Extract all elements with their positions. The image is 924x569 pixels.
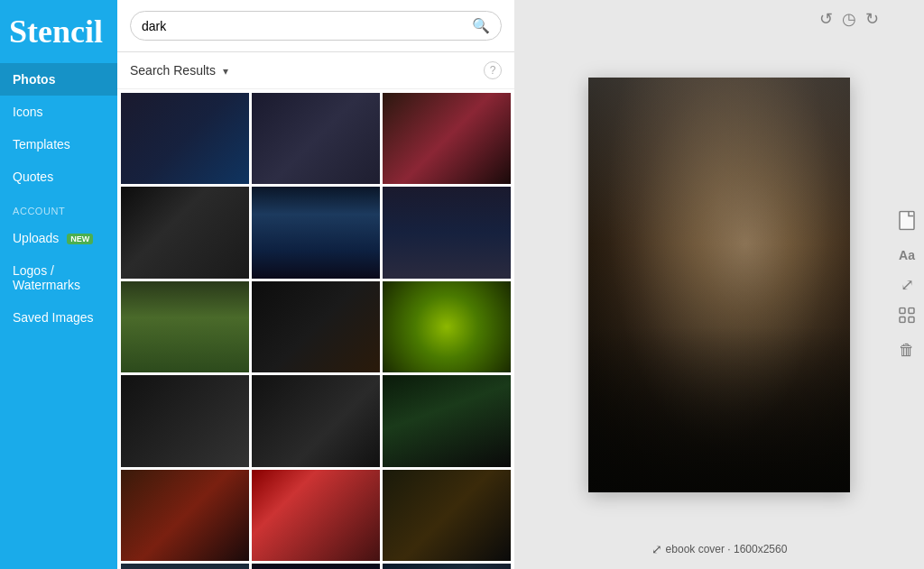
photo-grid-container	[117, 89, 514, 569]
search-wrapper: 🔍	[130, 11, 502, 41]
photo-cell[interactable]	[383, 375, 511, 466]
results-header: Search Results ▾ ?	[117, 52, 514, 89]
sidebar: Stencil Photos Icons Templates Quotes AC…	[0, 0, 117, 569]
logo-area: Stencil	[0, 0, 117, 63]
photo-cell[interactable]	[121, 564, 249, 569]
delete-icon[interactable]: 🗑	[899, 340, 915, 359]
right-tools: Aa ⤢ 🗑	[899, 210, 915, 359]
photo-cell[interactable]	[121, 281, 249, 372]
photo-cell[interactable]	[121, 93, 249, 184]
preview-image-container[interactable]	[588, 78, 850, 492]
photo-cell[interactable]	[383, 564, 511, 569]
photo-cell[interactable]	[383, 93, 511, 184]
redo-icon[interactable]: ↻	[865, 9, 879, 29]
sidebar-item-saved[interactable]: Saved Images	[0, 301, 117, 334]
account-nav: Uploads NEW Logos / Watermarks Saved Ima…	[0, 222, 117, 334]
preview-photo	[588, 78, 850, 492]
resize-icon[interactable]: ⤢	[901, 274, 914, 294]
results-title-text: Search Results	[130, 63, 216, 78]
svg-rect-2	[909, 307, 914, 313]
account-section-label: ACCOUNT	[0, 193, 117, 222]
photo-cell[interactable]	[121, 187, 249, 278]
undo-icon[interactable]: ↺	[819, 9, 833, 29]
sidebar-item-photos[interactable]: Photos	[0, 63, 117, 96]
photo-cell[interactable]	[121, 375, 249, 466]
photo-cell[interactable]	[383, 187, 511, 278]
uploads-label: Uploads	[13, 231, 59, 245]
photo-cell[interactable]	[252, 281, 380, 372]
search-input[interactable]	[142, 19, 472, 33]
new-badge: NEW	[67, 234, 93, 244]
history-icon[interactable]: ◷	[842, 9, 856, 29]
help-icon[interactable]: ?	[484, 61, 502, 79]
photo-cell[interactable]	[121, 470, 249, 561]
sidebar-item-uploads[interactable]: Uploads NEW	[0, 222, 117, 254]
chevron-down-icon: ▾	[223, 65, 228, 78]
sidebar-item-templates[interactable]: Templates	[0, 128, 117, 161]
results-title[interactable]: Search Results ▾	[130, 63, 228, 78]
search-icon[interactable]: 🔍	[472, 17, 490, 34]
photo-cell[interactable]	[252, 187, 380, 278]
search-bar: 🔍	[117, 0, 514, 52]
grid-icon[interactable]	[899, 307, 915, 327]
photo-cell[interactable]	[383, 470, 511, 561]
app-logo: Stencil	[9, 13, 103, 50]
page-icon[interactable]	[899, 210, 915, 234]
photo-cell[interactable]	[252, 375, 380, 466]
svg-rect-0	[900, 211, 914, 229]
svg-rect-3	[900, 317, 905, 322]
preview-area: ↺ ◷ ↻ Aa ⤢ 🗑	[514, 0, 924, 569]
photo-cell[interactable]	[252, 470, 380, 561]
primary-nav: Photos Icons Templates Quotes	[0, 63, 117, 193]
preview-caption: ⤢ ebook cover · 1600x2560	[651, 542, 788, 556]
svg-rect-4	[909, 317, 914, 322]
photo-cell[interactable]	[252, 564, 380, 569]
sidebar-item-logos[interactable]: Logos / Watermarks	[0, 254, 117, 301]
text-icon[interactable]: Aa	[899, 247, 915, 262]
photo-panel: 🔍 Search Results ▾ ?	[117, 0, 514, 569]
caption-text: ebook cover · 1600x2560	[666, 543, 788, 555]
svg-rect-1	[900, 307, 905, 313]
resize-caption-icon: ⤢	[651, 542, 662, 556]
photo-cell[interactable]	[252, 93, 380, 184]
sidebar-item-quotes[interactable]: Quotes	[0, 161, 117, 193]
sidebar-item-icons[interactable]: Icons	[0, 96, 117, 128]
photo-cell[interactable]	[383, 281, 511, 372]
main-content: 🔍 Search Results ▾ ? ↺ ◷ ↻	[117, 0, 924, 569]
photo-grid	[121, 93, 511, 569]
preview-toolbar: ↺ ◷ ↻	[819, 9, 879, 29]
